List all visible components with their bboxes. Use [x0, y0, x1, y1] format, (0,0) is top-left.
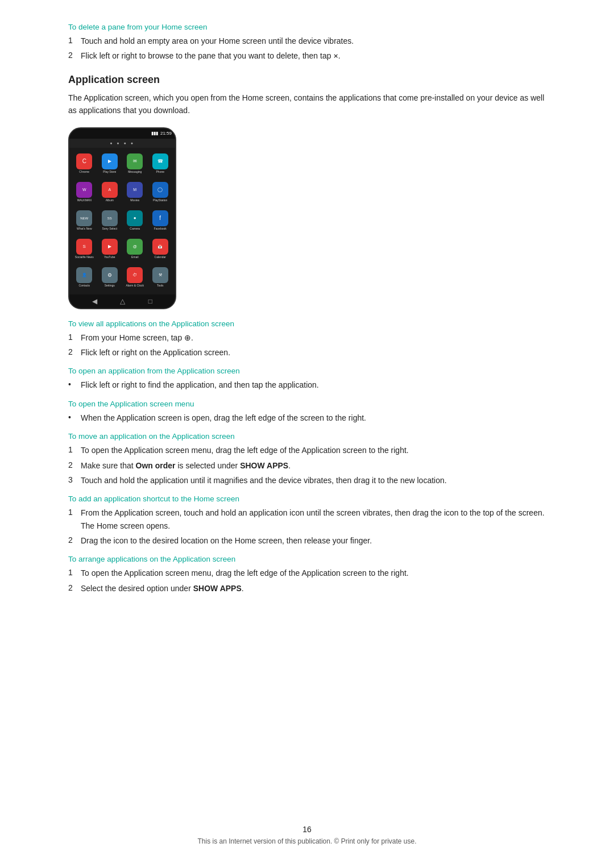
step-text: Flick left or right to browse to the pan…: [81, 49, 341, 62]
list-item: 1 Touch and hold an empty area on your H…: [68, 35, 546, 47]
app-icon-youtube: ▶ YouTube: [98, 236, 122, 261]
list-item: 2 Flick left or right to browse to the p…: [68, 49, 546, 62]
camera-icon: ●: [127, 210, 143, 226]
list-item: 1 From the Application screen, touch and…: [68, 506, 546, 532]
step-text: From your Home screen, tap ⊕.: [81, 331, 193, 344]
step-text: Touch and hold an empty area on your Hom…: [81, 35, 354, 47]
tools-icon: ⚒: [152, 267, 168, 283]
calendar-icon: 📅: [152, 239, 168, 255]
phone-top-bar: ● ● ● ●: [69, 139, 175, 148]
step-text: To open the Application screen menu, dra…: [81, 444, 409, 456]
step-text: Select the desired option under SHOW APP…: [81, 582, 244, 595]
step-number: 2: [68, 459, 81, 471]
app-icon-contacts: 👤 Contacts: [73, 265, 96, 290]
app-icon-movies: M Movies: [123, 180, 147, 205]
app-icon-calendar: 📅 Calendar: [149, 236, 172, 261]
list-item: 2 Select the desired option under SHOW A…: [68, 582, 546, 595]
email-icon: @: [127, 239, 143, 255]
sonyselect-icon: SS: [102, 210, 118, 226]
app-icon-email: @ Email: [123, 236, 147, 261]
phone-mockup-container: ▮▮▮ 21:59 ● ● ● ● C Chrome ▶ Play Store: [68, 127, 546, 309]
step-text: Flick left or right on the Application s…: [81, 346, 230, 359]
phone-status-bar: ▮▮▮ 21:59: [69, 128, 175, 139]
movies-icon: M: [127, 182, 143, 198]
add-shortcut-steps: 1 From the Application screen, touch and…: [68, 506, 546, 547]
arrange-apps-section: To arrange applications on the Applicati…: [68, 555, 546, 595]
delete-pane-steps: 1 Touch and hold an empty area on your H…: [68, 35, 546, 63]
list-item: 2 Flick left or right on the Application…: [68, 346, 546, 359]
app-icon-phone: ☎ Phone: [149, 151, 172, 176]
step-text: Touch and hold the application until it …: [81, 474, 447, 487]
phone-icon: ☎: [152, 153, 168, 169]
application-screen-section: Application screen The Application scree…: [68, 74, 546, 595]
app-icon-album: A Album: [98, 180, 122, 205]
delete-pane-link: To delete a pane from your Home screen: [68, 23, 546, 31]
step-number: 1: [68, 35, 81, 47]
app-icon-alarm: ⏱ Alarm & Clock: [123, 265, 147, 290]
settings-icon: ⚙: [102, 267, 118, 283]
step-number: 1: [68, 567, 81, 579]
open-menu-steps: • When the Application screen is open, d…: [68, 412, 546, 424]
step-text: Make sure that Own order is selected und…: [81, 459, 291, 472]
app-icon-settings: ⚙ Settings: [98, 265, 122, 290]
list-item: 1 From your Home screen, tap ⊕.: [68, 331, 546, 344]
list-item: • When the Application screen is open, d…: [68, 412, 546, 424]
playstore-icon: ▶: [102, 153, 118, 169]
move-app-link: To move an application on the Applicatio…: [68, 432, 546, 441]
app-icon-playstore: ▶ Play Store: [98, 151, 122, 176]
messaging-icon: ✉: [127, 153, 143, 169]
app-icon-socialifeNews: S Socialife News: [73, 236, 96, 261]
step-text: To open the Application screen menu, dra…: [81, 567, 409, 579]
move-app-section: To move an application on the Applicatio…: [68, 432, 546, 487]
contacts-icon: 👤: [76, 267, 92, 283]
phone-nav-bar: ◀ △ □: [69, 294, 175, 308]
view-all-apps-steps: 1 From your Home screen, tap ⊕. 2 Flick …: [68, 331, 546, 359]
step-number: 2: [68, 582, 81, 594]
step-number: 1: [68, 506, 81, 518]
signal-icon: ▮▮▮: [151, 131, 158, 136]
view-all-apps-link: To view all applications on the Applicat…: [68, 319, 546, 328]
home-icon: △: [120, 297, 125, 305]
intro-text: The Application screen, which you open f…: [68, 92, 546, 117]
list-item: 2 Drag the icon to the desired location …: [68, 534, 546, 547]
playstation-icon: ◯: [152, 182, 168, 198]
step-number: 2: [68, 534, 81, 546]
youtube-icon: ▶: [102, 239, 118, 255]
show-apps2-bold: SHOW APPS: [193, 584, 242, 593]
list-item: • Flick left or right to find the applic…: [68, 379, 546, 391]
app-icon-camera: ● Camera: [123, 208, 147, 233]
page: To delete a pane from your Home screen 1…: [0, 0, 614, 868]
section-title: Application screen: [68, 74, 546, 86]
move-app-steps: 1 To open the Application screen menu, d…: [68, 444, 546, 487]
status-time: 21:59: [160, 131, 172, 136]
app-icon-messaging: ✉ Messaging: [123, 151, 147, 176]
socialife-icon: S: [76, 239, 92, 255]
open-menu-link: To open the Application screen menu: [68, 400, 546, 408]
list-item: 1 To open the Application screen menu, d…: [68, 444, 546, 456]
show-apps-bold: SHOW APPS: [240, 461, 288, 470]
list-item: 2 Make sure that Own order is selected u…: [68, 459, 546, 472]
whatsnew-icon: NEW: [76, 210, 92, 226]
app-icon-tools: ⚒ Tools: [149, 265, 172, 290]
step-text: From the Application screen, touch and h…: [81, 506, 546, 532]
arrange-apps-link: To arrange applications on the Applicati…: [68, 555, 546, 563]
app-icon-whatsnew: NEW What's New: [73, 208, 96, 233]
add-shortcut-link: To add an application shortcut to the Ho…: [68, 495, 546, 503]
back-icon: ◀: [92, 297, 97, 305]
step-number: 1: [68, 331, 81, 343]
app-grid: C Chrome ▶ Play Store ✉ Messaging ☎ Phon…: [69, 148, 175, 294]
step-text: When the Application screen is open, dra…: [81, 412, 366, 424]
open-menu-section: To open the Application screen menu • Wh…: [68, 400, 546, 424]
step-number: 2: [68, 346, 81, 358]
open-app-link: To open an application from the Applicat…: [68, 367, 546, 375]
app-icon-chrome: C Chrome: [73, 151, 96, 176]
phone-mockup: ▮▮▮ 21:59 ● ● ● ● C Chrome ▶ Play Store: [68, 127, 176, 309]
list-item: 1 To open the Application screen menu, d…: [68, 567, 546, 579]
list-item: 3 Touch and hold the application until i…: [68, 474, 546, 487]
delete-pane-section: To delete a pane from your Home screen 1…: [68, 23, 546, 63]
step-number: 1: [68, 444, 81, 456]
step-text: Drag the icon to the desired location on…: [81, 534, 372, 547]
chrome-icon: C: [76, 153, 92, 169]
album-icon: A: [102, 182, 118, 198]
app-icon-sonyselect: SS Sony Select: [98, 208, 122, 233]
